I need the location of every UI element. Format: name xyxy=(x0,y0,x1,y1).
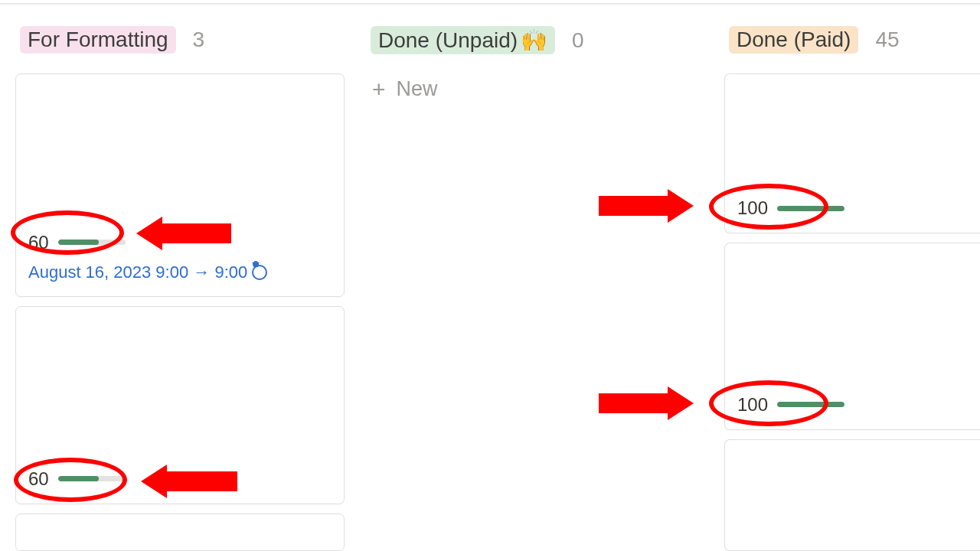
card[interactable]: 100 xyxy=(724,73,980,233)
progress-value: 60 xyxy=(28,468,49,490)
progress-bar xyxy=(58,476,126,481)
column-title-badge: For Formatting xyxy=(20,26,176,54)
progress-bar xyxy=(58,240,126,245)
new-label: New xyxy=(397,77,438,101)
card[interactable] xyxy=(724,439,980,551)
column-count: 3 xyxy=(193,28,205,52)
progress-bar xyxy=(777,206,844,211)
hands-emoji-icon: 🙌 xyxy=(521,28,547,53)
column-done-paid: Done (Paid) 45 100 100 xyxy=(724,26,980,551)
progress-value: 100 xyxy=(737,197,768,219)
column-header[interactable]: Done (Paid) 45 xyxy=(724,26,980,64)
card[interactable]: 60 August 16, 2023 9:00 → 9:00 xyxy=(15,73,345,297)
column-for-formatting: For Formatting 3 60 August 16, 2023 9:00… xyxy=(15,26,345,551)
progress-value: 60 xyxy=(28,232,49,253)
progress-row: 100 xyxy=(737,394,980,416)
column-title-badge: Done (Paid) xyxy=(729,26,858,54)
card[interactable]: 100 xyxy=(724,243,980,430)
column-count: 45 xyxy=(875,28,899,52)
date-text: August 16, 2023 9:00 → 9:00 xyxy=(28,262,247,282)
progress-row: 60 xyxy=(28,468,332,490)
reminder-icon xyxy=(252,265,267,280)
progress-row: 60 xyxy=(28,232,332,253)
column-title-badge: Done (Unpaid) 🙌 xyxy=(371,26,555,54)
progress-bar xyxy=(777,402,844,407)
column-title-text: Done (Unpaid) xyxy=(378,28,518,53)
kanban-board: For Formatting 3 60 August 16, 2023 9:00… xyxy=(0,0,980,551)
progress-row: 100 xyxy=(737,197,980,219)
card[interactable] xyxy=(15,514,345,552)
plus-icon: + xyxy=(372,78,386,101)
new-card-button[interactable]: + New xyxy=(366,74,703,104)
column-done-unpaid: Done (Unpaid) 🙌 0 + New xyxy=(366,26,703,551)
column-header[interactable]: For Formatting 3 xyxy=(15,26,345,64)
progress-value: 100 xyxy=(737,394,768,416)
date-property[interactable]: August 16, 2023 9:00 → 9:00 xyxy=(28,262,332,282)
column-header[interactable]: Done (Unpaid) 🙌 0 xyxy=(366,26,703,65)
column-count: 0 xyxy=(572,28,584,53)
card[interactable]: 60 xyxy=(15,306,345,504)
